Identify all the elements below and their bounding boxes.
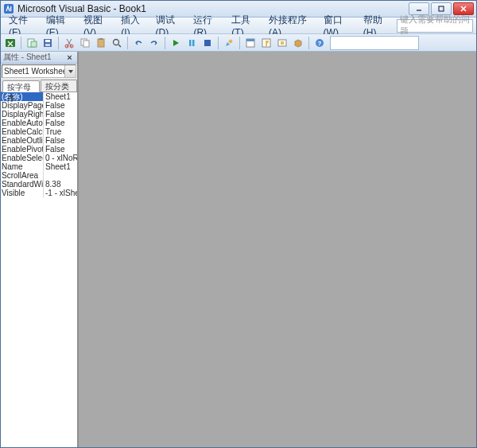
toolbar-dropdown[interactable] <box>330 36 419 50</box>
property-value[interactable] <box>44 171 77 180</box>
svg-rect-25 <box>281 41 284 45</box>
property-value[interactable]: False <box>44 110 77 119</box>
property-name: EnableOutlinin <box>1 136 44 145</box>
svg-rect-22 <box>246 39 254 41</box>
toolbox-button[interactable] <box>291 36 305 50</box>
svg-rect-13 <box>98 39 104 47</box>
help-button[interactable]: ? <box>312 36 327 50</box>
paste-button[interactable] <box>94 36 108 50</box>
property-value[interactable]: True <box>44 127 77 136</box>
properties-pane-close-button[interactable]: × <box>64 53 75 63</box>
property-name: DisplayRightTo <box>1 110 44 119</box>
svg-point-10 <box>70 45 73 48</box>
property-name: EnableSelectio <box>1 154 44 162</box>
property-tabs: 按字母序 按分类序 <box>1 79 77 92</box>
toolbar-separator <box>21 37 21 49</box>
property-value[interactable]: Sheet1 <box>44 162 77 171</box>
view-excel-button[interactable] <box>3 36 17 50</box>
toolbar-separator <box>58 37 59 49</box>
svg-point-9 <box>65 45 68 48</box>
svg-point-15 <box>114 39 119 45</box>
cut-button[interactable] <box>62 36 76 50</box>
svg-rect-3 <box>6 39 15 47</box>
property-value[interactable]: False <box>44 145 77 154</box>
object-browser-button[interactable] <box>275 36 289 50</box>
svg-text:?: ? <box>318 40 322 47</box>
toolbar-separator <box>165 37 165 49</box>
property-grid[interactable]: (名称)Sheet1DisplayPageBreFalseDisplayRigh… <box>1 92 77 447</box>
main-area: 属性 - Sheet1 × Sheet1 Worksheet 按字母序 按分类序… <box>1 52 476 447</box>
property-row[interactable]: EnableCalculatTrue <box>1 127 77 136</box>
toolbar: ? <box>1 34 476 52</box>
property-name: ScrollArea <box>1 171 44 180</box>
properties-pane: 属性 - Sheet1 × Sheet1 Worksheet 按字母序 按分类序… <box>1 52 79 447</box>
property-name: EnableCalculat <box>1 127 44 136</box>
vbe-window: Microsoft Visual Basic - Book1 文件(F) 编辑(… <box>0 0 477 448</box>
tab-categorized[interactable]: 按分类序 <box>41 80 78 92</box>
menu-bar: 文件(F) 编辑(E) 视图(V) 插入(I) 调试(D) 运行(R) 工具(T… <box>1 18 476 34</box>
property-value[interactable]: 8.38 <box>44 180 77 189</box>
help-search-box[interactable]: 键入需要帮助的问题 <box>397 19 473 33</box>
toolbar-separator <box>308 37 309 49</box>
property-value[interactable]: False <box>44 119 77 127</box>
redo-button[interactable] <box>147 36 161 50</box>
svg-line-16 <box>118 45 121 47</box>
property-row[interactable]: EnablePivotTabFalse <box>1 145 77 154</box>
svg-rect-5 <box>31 41 37 47</box>
properties-pane-title: 属性 - Sheet1 <box>3 52 64 63</box>
run-button[interactable] <box>169 36 183 50</box>
insert-button[interactable] <box>25 36 39 50</box>
property-name: EnableAutoFilt <box>1 119 44 127</box>
property-row[interactable]: DisplayRightToFalse <box>1 110 77 119</box>
properties-pane-titlebar: 属性 - Sheet1 × <box>1 52 77 64</box>
undo-button[interactable] <box>131 36 145 50</box>
save-button[interactable] <box>41 36 55 50</box>
toolbar-separator <box>239 37 240 49</box>
svg-rect-14 <box>99 38 103 40</box>
find-button[interactable] <box>110 36 124 50</box>
property-row[interactable]: EnableSelectio0 - xlNoRestr <box>1 154 77 162</box>
svg-rect-17 <box>189 40 192 46</box>
properties-window-button[interactable] <box>259 36 273 50</box>
object-selector-value: Sheet1 Worksheet <box>4 67 69 76</box>
mdi-workspace <box>79 52 476 447</box>
toolbar-separator <box>218 37 219 49</box>
svg-rect-8 <box>45 44 50 46</box>
property-row[interactable]: NameSheet1 <box>1 162 77 171</box>
tab-alphabetic[interactable]: 按字母序 <box>2 80 40 92</box>
svg-rect-20 <box>228 39 233 44</box>
property-row[interactable]: StandardWidth8.38 <box>1 180 77 189</box>
reset-button[interactable] <box>200 36 215 50</box>
property-name: EnablePivotTab <box>1 145 44 154</box>
property-row[interactable]: Visible-1 - xlSheetV <box>1 189 77 197</box>
property-value[interactable]: False <box>44 101 77 110</box>
property-name: Visible <box>1 189 44 197</box>
svg-rect-12 <box>83 41 89 47</box>
copy-button[interactable] <box>78 36 92 50</box>
property-value[interactable]: False <box>44 136 77 145</box>
property-value[interactable]: Sheet1 <box>44 92 77 101</box>
property-value[interactable]: -1 - xlSheetV <box>44 189 77 197</box>
chevron-down-icon <box>64 65 76 77</box>
property-name: Name <box>1 162 44 171</box>
toolbar-separator <box>127 37 128 49</box>
project-explorer-button[interactable] <box>243 36 258 50</box>
property-row[interactable]: EnableOutlininFalse <box>1 136 77 145</box>
object-selector[interactable]: Sheet1 Worksheet <box>2 64 76 78</box>
svg-rect-18 <box>192 40 195 46</box>
design-mode-button[interactable] <box>222 36 236 50</box>
property-row[interactable]: ScrollArea <box>1 171 77 180</box>
svg-rect-19 <box>204 40 211 46</box>
property-value[interactable]: 0 - xlNoRestr <box>44 154 77 162</box>
property-name: StandardWidth <box>1 180 44 189</box>
svg-rect-7 <box>45 40 50 42</box>
break-button[interactable] <box>184 36 199 50</box>
property-row[interactable]: EnableAutoFiltFalse <box>1 119 77 127</box>
svg-rect-2 <box>439 6 444 11</box>
